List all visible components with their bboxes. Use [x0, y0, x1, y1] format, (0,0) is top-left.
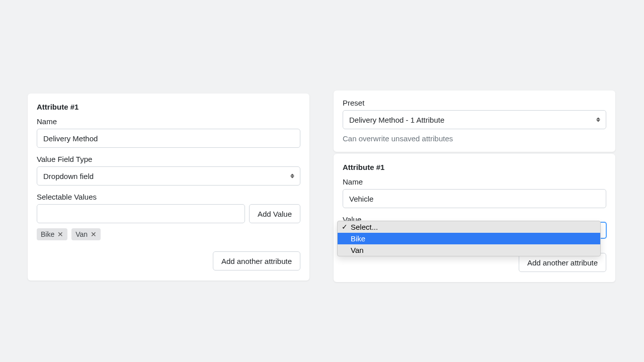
attribute-card-right: Attribute #1 Name Value Add another attr…: [334, 154, 615, 282]
name-group: Name: [37, 117, 300, 148]
name-label: Name: [343, 177, 606, 186]
attribute-card-left: Attribute #1 Name Value Field Type Dropd…: [28, 94, 309, 281]
type-select[interactable]: Dropdown field: [37, 166, 300, 186]
type-select-wrap: Dropdown field: [37, 166, 300, 186]
card-footer: Add another attribute: [37, 251, 300, 270]
dropdown-option-bike[interactable]: Bike: [338, 233, 600, 244]
dropdown-option-select[interactable]: Select...: [338, 221, 600, 233]
close-icon[interactable]: ✕: [91, 231, 97, 238]
name-group: Name: [343, 177, 606, 208]
name-label: Name: [37, 117, 300, 126]
values-label: Selectable Values: [37, 193, 300, 201]
name-input[interactable]: [37, 129, 300, 148]
preset-label: Preset: [343, 99, 606, 107]
add-value-button[interactable]: Add Value: [249, 204, 300, 223]
chip: Bike ✕: [37, 228, 67, 240]
type-group: Value Field Type Dropdown field: [37, 155, 300, 186]
chip: Van ✕: [71, 228, 101, 240]
new-value-input[interactable]: [37, 204, 245, 223]
chip-label: Bike: [41, 230, 54, 238]
name-input[interactable]: [343, 189, 606, 208]
preset-select[interactable]: Delivery Method - 1 Attribute: [343, 110, 606, 129]
chip-label: Van: [75, 230, 88, 238]
add-attribute-button[interactable]: Add another attribute: [213, 251, 300, 270]
close-icon[interactable]: ✕: [57, 231, 63, 238]
chips-row: Bike ✕ Van ✕: [37, 228, 300, 240]
type-label: Value Field Type: [37, 155, 300, 163]
preset-helper: Can overwrite unsaved attributes: [343, 134, 606, 143]
add-value-row: Add Value: [37, 204, 300, 223]
dropdown-option-van[interactable]: Van: [338, 244, 600, 256]
values-group: Selectable Values Add Value Bike ✕ Van ✕: [37, 193, 300, 240]
card-title: Attribute #1: [343, 163, 606, 171]
value-dropdown-menu[interactable]: Select... Bike Van: [337, 221, 601, 256]
preset-select-wrap: Delivery Method - 1 Attribute: [343, 110, 606, 129]
preset-card: Preset Delivery Method - 1 Attribute Can…: [334, 90, 615, 152]
card-title: Attribute #1: [37, 103, 300, 111]
